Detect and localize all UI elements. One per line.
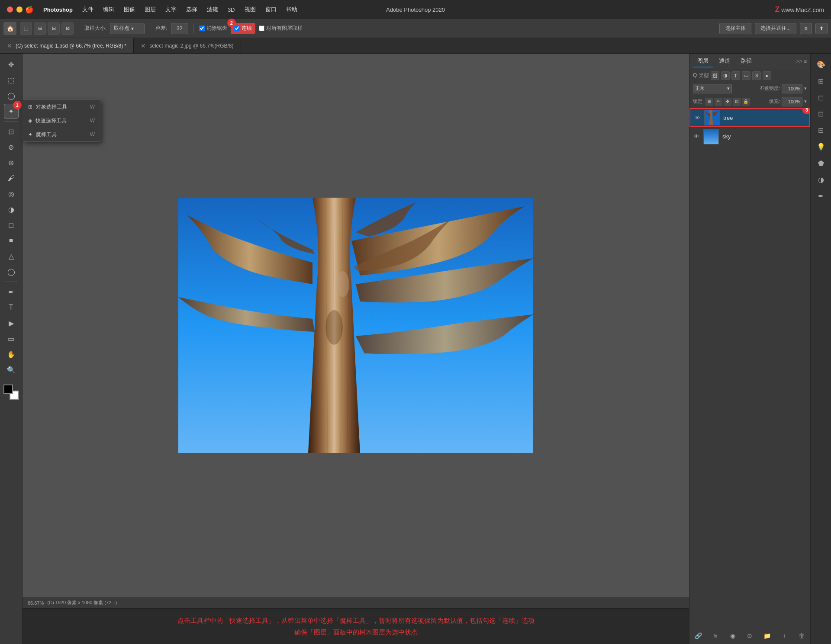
- select-and-mask-button[interactable]: 选择并遮住...: [755, 23, 796, 34]
- all-layers-label: 对所有图层取样: [266, 25, 303, 32]
- filter-shape-btn[interactable]: ▭: [742, 71, 750, 80]
- menu-photoshop[interactable]: Photoshop: [39, 5, 77, 15]
- adjustments-btn[interactable]: ◑: [814, 172, 828, 187]
- home-button[interactable]: 🏠: [3, 22, 16, 35]
- properties-btn[interactable]: ⬟: [814, 156, 828, 170]
- context-menu-item-2[interactable]: ✦ 魔棒工具 W: [23, 128, 100, 141]
- fx-btn[interactable]: fx: [710, 631, 721, 641]
- heal-tool[interactable]: ⊕: [4, 155, 19, 170]
- close-button[interactable]: [7, 6, 13, 13]
- move-tool[interactable]: ✥: [4, 57, 19, 72]
- filter-adjust-btn[interactable]: ◑: [721, 71, 730, 80]
- history-brush[interactable]: ◑: [4, 202, 19, 217]
- sample-size-dropdown[interactable]: 取样点 ▾: [110, 23, 145, 34]
- annotation-line-1: 点击工具栏中的「快速选择工具」，从弹出菜单中选择「魔棒工具」，暂时将所有选项保留…: [31, 615, 680, 626]
- window-title: Adobe Photoshop 2020: [386, 6, 445, 13]
- path-select-tool[interactable]: ▶: [4, 316, 19, 330]
- menu-window[interactable]: 窗口: [261, 4, 281, 15]
- menu-select[interactable]: 选择: [182, 4, 202, 15]
- add-mask-btn[interactable]: ◉: [728, 631, 738, 641]
- channels-btn[interactable]: 💡: [814, 139, 828, 154]
- filter-smart-btn[interactable]: ⊡: [752, 71, 761, 80]
- link-layers-btn[interactable]: 🔗: [693, 631, 703, 641]
- panel-tab-layers[interactable]: 图层: [693, 55, 713, 67]
- shape-tool[interactable]: ▭: [4, 331, 19, 346]
- dodge-tool[interactable]: ◯: [4, 264, 19, 279]
- context-menu-item-0[interactable]: ⊞ 对象选择工具 W: [23, 100, 100, 114]
- tab-0-close[interactable]: ✕: [7, 42, 12, 49]
- brush-tool[interactable]: 🖌: [4, 171, 19, 186]
- tab-0[interactable]: ✕ (C) select-magic-1.psd @ 66.7% (tree, …: [0, 38, 134, 53]
- opacity-value[interactable]: 100%: [782, 84, 802, 93]
- menu-help[interactable]: 帮助: [282, 4, 302, 15]
- canvas-container[interactable]: [23, 54, 689, 597]
- panel-toggle-btn[interactable]: ≡: [800, 23, 812, 34]
- tolerance-input[interactable]: [171, 23, 188, 34]
- all-layers-checkbox[interactable]: [259, 26, 264, 31]
- layer-sky-visibility[interactable]: 👁: [693, 133, 700, 140]
- pen-tool[interactable]: ✒: [4, 285, 19, 299]
- menu-filter[interactable]: 滤镜: [203, 4, 222, 15]
- filter-pixels-btn[interactable]: 🖼: [711, 71, 719, 80]
- filter-text-btn[interactable]: T: [731, 71, 740, 80]
- new-selection-btn[interactable]: ⬚: [20, 22, 32, 35]
- lock-all-btn[interactable]: 🔒: [742, 98, 750, 106]
- foreground-color[interactable]: [3, 384, 13, 394]
- magic-wand-tool[interactable]: 1 ✦: [4, 104, 19, 119]
- contiguous-checkbox[interactable]: [234, 26, 240, 31]
- zoom-tool[interactable]: 🔍: [4, 362, 19, 377]
- color-panel-btn[interactable]: 🎨: [814, 57, 828, 72]
- canvas-image[interactable]: [178, 198, 533, 453]
- fill-value[interactable]: 100%: [782, 97, 802, 106]
- zoom-level: 66.67%: [28, 600, 44, 606]
- lock-artboard-btn[interactable]: ⊡: [733, 98, 741, 106]
- menu-file[interactable]: 文件: [78, 4, 98, 15]
- gradient-tool[interactable]: ■: [4, 233, 19, 248]
- adjustment-btn[interactable]: ⊙: [744, 631, 755, 641]
- patterns-btn[interactable]: ⊡: [814, 106, 828, 121]
- menu-3d[interactable]: 3D: [223, 5, 239, 15]
- tab-1-close[interactable]: ✕: [141, 42, 146, 49]
- hand-tool[interactable]: ✋: [4, 347, 19, 362]
- eyedropper-tool[interactable]: ⊘: [4, 140, 19, 154]
- swatches-btn[interactable]: ⊞: [814, 74, 828, 88]
- intersect-selection-btn[interactable]: ⊠: [61, 22, 74, 35]
- add-group-btn[interactable]: 📁: [762, 631, 772, 641]
- layer-tree-visibility[interactable]: 👁: [694, 114, 701, 121]
- select-subject-button[interactable]: 选择主体: [719, 23, 751, 34]
- paths-btn[interactable]: ✒: [814, 189, 828, 203]
- menu-text[interactable]: 文字: [161, 4, 181, 15]
- clone-tool[interactable]: ◎: [4, 186, 19, 201]
- blur-tool[interactable]: △: [4, 249, 19, 263]
- filter-toggle-btn[interactable]: ●: [763, 71, 771, 80]
- eraser-tool[interactable]: ◻: [4, 218, 19, 232]
- panel-tab-channels[interactable]: 通道: [715, 55, 734, 67]
- layers-btn[interactable]: ⊟: [814, 123, 828, 138]
- context-label-1: 快速选择工具: [35, 117, 67, 125]
- export-btn[interactable]: ⬆: [815, 23, 828, 34]
- minimize-button[interactable]: [16, 6, 23, 13]
- context-menu-item-1[interactable]: ◈ 快速选择工具 W: [23, 114, 100, 128]
- tab-1[interactable]: ✕ select-magic-2.jpg @ 66.7%(RGB/8): [134, 38, 241, 53]
- layer-item-sky[interactable]: 👁 sky: [689, 127, 810, 146]
- text-tool[interactable]: T: [4, 300, 19, 315]
- panel-tab-paths[interactable]: 路径: [736, 55, 756, 67]
- lock-transparent-btn[interactable]: ⊞: [705, 98, 713, 106]
- gradients-btn[interactable]: ◻: [814, 90, 828, 105]
- add-selection-btn[interactable]: ⊞: [34, 22, 46, 35]
- blend-mode-dropdown[interactable]: 正常 ▾: [693, 84, 732, 93]
- menu-image[interactable]: 图像: [119, 4, 139, 15]
- subtract-selection-btn[interactable]: ⊟: [48, 22, 60, 35]
- anti-alias-checkbox[interactable]: [199, 26, 205, 31]
- marquee-tool[interactable]: ⬚: [4, 73, 19, 87]
- panel-expand-btn[interactable]: >> ≡: [796, 58, 807, 64]
- layer-item-tree[interactable]: 3 👁 tree: [689, 108, 810, 127]
- delete-layer-btn[interactable]: 🗑: [796, 631, 807, 641]
- menu-layers[interactable]: 图层: [140, 4, 160, 15]
- menu-view[interactable]: 视图: [240, 4, 260, 15]
- lock-pixels-btn[interactable]: ✏: [715, 98, 722, 106]
- lock-position-btn[interactable]: ✥: [724, 98, 731, 106]
- add-layer-btn[interactable]: +: [779, 631, 789, 641]
- crop-tool[interactable]: ⊡: [4, 124, 19, 139]
- menu-edit[interactable]: 编辑: [99, 4, 119, 15]
